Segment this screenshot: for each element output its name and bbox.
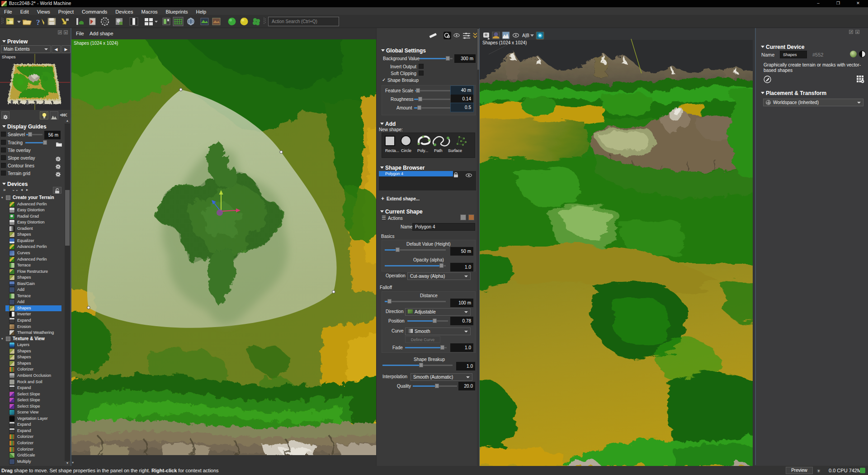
svg-text:Path: Path: [434, 148, 443, 153]
svg-text:Shapes (1024 x 1024): Shapes (1024 x 1024): [482, 40, 527, 45]
svg-text:?: ?: [36, 18, 40, 27]
svg-text:Shapes: Shapes: [2, 55, 16, 59]
svg-text:Shapes (1024 x 1024): Shapes (1024 x 1024): [74, 41, 118, 46]
svg-text:Poly...: Poly...: [417, 148, 428, 153]
svg-text:Circle: Circle: [401, 148, 411, 153]
svg-text:Surface: Surface: [448, 148, 462, 153]
svg-text:Recta...: Recta...: [385, 148, 399, 153]
